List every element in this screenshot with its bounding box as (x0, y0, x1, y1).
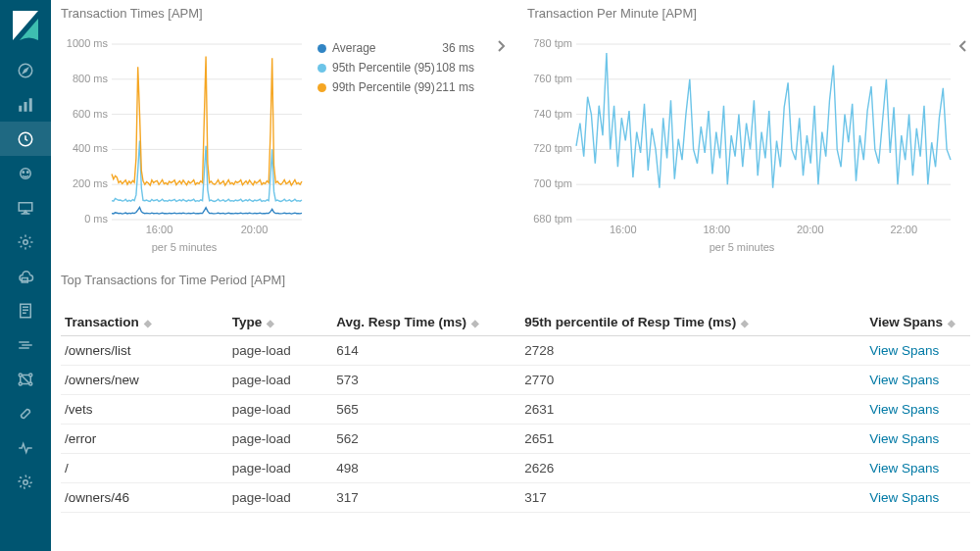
panel-transaction-times: Transaction Times [APM] 0 ms200 ms400 ms… (61, 2, 508, 253)
tpm-chart: 680 tpm700 tpm720 tpm740 tpm760 tpm780 t… (527, 38, 956, 239)
sort-icon: ◆ (141, 318, 152, 328)
svg-rect-4 (29, 98, 32, 112)
nav-monitoring[interactable] (0, 430, 51, 465)
nav-management[interactable] (0, 465, 51, 499)
x-axis-label: per 5 minutes (527, 239, 956, 253)
cell-type: page-load (228, 454, 333, 483)
nav-canvas[interactable] (0, 190, 51, 225)
legend-item[interactable]: 99th Percentile (99)211 ms (318, 77, 474, 97)
svg-text:720 tpm: 720 tpm (533, 142, 572, 154)
svg-text:22:00: 22:00 (890, 224, 917, 235)
svg-point-15 (19, 382, 22, 385)
svg-text:400 ms: 400 ms (73, 142, 109, 154)
table-row: / page-load 498 2626 View Spans (61, 454, 970, 483)
cell-p95: 2728 (520, 336, 865, 366)
svg-text:0 ms: 0 ms (84, 213, 108, 225)
panel-title: Transaction Per Minute [APM] (527, 2, 970, 38)
cell-transaction: /vets (61, 395, 228, 425)
svg-text:780 tpm: 780 tpm (533, 38, 572, 49)
column-header[interactable]: Avg. Resp Time (ms) ◆ (332, 309, 520, 336)
svg-text:740 tpm: 740 tpm (533, 108, 572, 120)
svg-text:16:00: 16:00 (610, 224, 637, 235)
cell-avg: 498 (332, 454, 520, 483)
cell-p95: 317 (520, 483, 865, 513)
nav-dashboard[interactable] (0, 122, 51, 156)
nav-devtools[interactable] (0, 396, 51, 430)
cell-avg: 614 (332, 336, 520, 366)
main-content: Transaction Times [APM] 0 ms200 ms400 ms… (51, 0, 980, 551)
cell-p95: 2770 (520, 366, 865, 395)
cell-type: page-load (228, 366, 333, 395)
table-row: /owners/new page-load 573 2770 View Span… (61, 366, 970, 395)
table-title: Top Transactions for Time Period [APM] (61, 273, 970, 309)
nav-timelion[interactable] (0, 156, 51, 190)
legend-item[interactable]: Average36 ms (318, 38, 474, 58)
sort-icon: ◆ (738, 318, 749, 328)
svg-text:20:00: 20:00 (797, 224, 824, 235)
nav-apm[interactable] (0, 225, 51, 259)
kibana-logo[interactable] (6, 6, 45, 45)
panel-title: Transaction Times [APM] (61, 2, 508, 38)
panel-tpm: Transaction Per Minute [APM] 680 tpm700 … (527, 2, 970, 253)
cell-type: page-load (228, 336, 333, 366)
svg-marker-1 (24, 68, 28, 73)
svg-point-14 (29, 374, 32, 376)
nav-discover[interactable] (0, 53, 51, 87)
nav-graph[interactable] (0, 362, 51, 396)
sort-icon: ◆ (945, 318, 956, 328)
svg-rect-3 (24, 102, 27, 112)
cell-avg: 565 (332, 395, 520, 425)
nav-infrastructure[interactable] (0, 259, 51, 293)
view-spans-link[interactable]: View Spans (869, 343, 939, 358)
svg-rect-2 (19, 105, 22, 111)
column-header[interactable]: Type ◆ (228, 309, 333, 336)
svg-point-8 (27, 171, 29, 173)
sort-icon: ◆ (468, 318, 479, 328)
svg-text:600 ms: 600 ms (73, 108, 109, 120)
nav-logs[interactable] (0, 293, 51, 327)
cell-transaction: /owners/46 (61, 483, 228, 513)
nav-ml[interactable] (0, 327, 51, 362)
svg-text:200 ms: 200 ms (73, 177, 109, 189)
cell-p95: 2626 (520, 454, 865, 483)
column-header[interactable]: 95th percentile of Resp Time (ms) ◆ (520, 309, 865, 336)
view-spans-link[interactable]: View Spans (869, 461, 939, 476)
view-spans-link[interactable]: View Spans (869, 490, 939, 505)
chart-legend: Average36 ms95th Percentile (95)108 ms99… (308, 38, 474, 239)
svg-text:18:00: 18:00 (703, 224, 730, 235)
svg-text:16:00: 16:00 (146, 224, 173, 235)
cell-type: page-load (228, 483, 333, 513)
view-spans-link[interactable]: View Spans (869, 373, 939, 387)
svg-text:680 tpm: 680 tpm (533, 213, 572, 225)
svg-text:1000 ms: 1000 ms (67, 38, 109, 49)
x-axis-label: per 5 minutes (61, 239, 308, 253)
cell-p95: 2651 (520, 425, 865, 454)
cell-transaction: / (61, 454, 228, 483)
view-spans-link[interactable]: View Spans (869, 431, 939, 446)
table-row: /vets page-load 565 2631 View Spans (61, 395, 970, 425)
svg-text:20:00: 20:00 (241, 224, 269, 235)
sidebar (0, 0, 51, 551)
sort-icon: ◆ (264, 318, 274, 328)
cell-transaction: /error (61, 425, 228, 454)
nav-visualize[interactable] (0, 87, 51, 122)
table-row: /owners/list page-load 614 2728 View Spa… (61, 336, 970, 366)
cell-p95: 2631 (520, 395, 865, 425)
transactions-table-panel: Top Transactions for Time Period [APM] T… (61, 253, 970, 513)
cell-type: page-load (228, 425, 333, 454)
transactions-table: Transaction ◆Type ◆Avg. Resp Time (ms) ◆… (61, 309, 970, 513)
cell-avg: 317 (332, 483, 520, 513)
svg-text:800 ms: 800 ms (73, 73, 109, 84)
view-spans-link[interactable]: View Spans (869, 402, 939, 417)
svg-point-7 (23, 171, 24, 173)
cell-type: page-load (228, 395, 333, 425)
column-header[interactable]: View Spans ◆ (865, 309, 970, 336)
svg-text:700 tpm: 700 tpm (533, 177, 572, 189)
collapse-legend-icon[interactable] (958, 39, 968, 56)
legend-item[interactable]: 95th Percentile (95)108 ms (318, 58, 474, 77)
transaction-times-chart: 0 ms200 ms400 ms600 ms800 ms1000 ms16:00… (61, 38, 308, 239)
table-row: /owners/46 page-load 317 317 View Spans (61, 483, 970, 513)
column-header[interactable]: Transaction ◆ (61, 309, 228, 336)
cell-avg: 573 (332, 366, 520, 395)
svg-point-17 (24, 479, 28, 484)
